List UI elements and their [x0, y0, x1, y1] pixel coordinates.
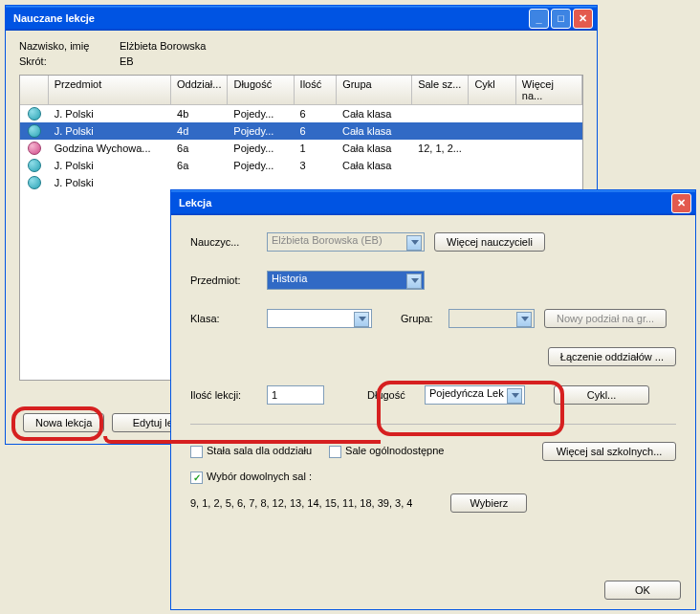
- join-divisions-button[interactable]: Łączenie oddziałów ...: [548, 347, 676, 366]
- name-value: Elżbieta Borowska: [120, 40, 207, 52]
- fixed-room-checkbox[interactable]: Stała sala dla oddziału: [190, 445, 312, 458]
- length-select[interactable]: Pojedyńcza Lek: [425, 385, 525, 405]
- col-length[interactable]: Długość: [228, 76, 294, 104]
- lesson-dialog: Lekcja ✕ Nauczyc... Elżbieta Borowska (E…: [170, 189, 696, 610]
- row-icon: [28, 142, 41, 155]
- col-rooms[interactable]: Sale sz...: [412, 76, 469, 104]
- more-teachers-button[interactable]: Więcej nauczycieli: [434, 232, 545, 252]
- name-label: Nazwisko, imię: [19, 40, 120, 52]
- teacher-label: Nauczyc...: [190, 236, 257, 248]
- public-rooms-checkbox[interactable]: Sale ogólnodostępne: [329, 445, 444, 458]
- subject-select[interactable]: Historia: [267, 271, 425, 290]
- col-cycle[interactable]: Cykl: [469, 76, 515, 104]
- teacher-select: Elżbieta Borowska (EB): [267, 232, 425, 252]
- any-rooms-checkbox[interactable]: Wybór dowolnych sal :: [190, 471, 312, 484]
- close-icon[interactable]: ✕: [671, 193, 691, 213]
- col-group[interactable]: Grupa: [337, 76, 412, 104]
- minimize-icon[interactable]: _: [529, 9, 549, 29]
- abbr-label: Skrót:: [19, 55, 120, 67]
- rooms-list: 9, 1, 2, 5, 6, 7, 8, 12, 13, 14, 15, 11,…: [190, 497, 412, 509]
- choose-button[interactable]: Wybierz: [450, 493, 527, 513]
- row-icon: [28, 176, 41, 189]
- col-more[interactable]: Więcej na...: [516, 76, 582, 104]
- subject-label: Przedmiot:: [190, 274, 257, 286]
- titlebar[interactable]: Lekcja ✕: [171, 190, 695, 215]
- count-input[interactable]: [267, 385, 324, 405]
- table-row[interactable]: J. Polski4dPojedy...6Cała klasa: [20, 122, 582, 140]
- close-icon[interactable]: ✕: [573, 9, 593, 29]
- row-icon: [28, 159, 41, 172]
- count-label: Ilość lekcji:: [190, 389, 257, 401]
- table-row[interactable]: Godzina Wychowa...6aPojedy...1Cała klasa…: [20, 140, 582, 157]
- cycle-button[interactable]: Cykl...: [554, 385, 649, 405]
- dialog-title: Lekcja: [179, 197, 671, 208]
- table-row[interactable]: J. Polski4bPojedy...6Cała klasa: [20, 105, 582, 122]
- maximize-icon[interactable]: □: [551, 9, 571, 29]
- col-count[interactable]: Ilość: [295, 76, 338, 104]
- group-label: Grupa:: [401, 313, 439, 324]
- class-label: Klasa:: [190, 313, 257, 324]
- new-division-button: Nowy podział na gr...: [544, 309, 667, 328]
- col-subject[interactable]: Przedmiot: [49, 76, 171, 104]
- row-icon: [28, 124, 41, 138]
- length-label: Długość: [367, 389, 415, 401]
- abbr-value: EB: [120, 55, 134, 67]
- class-select[interactable]: [267, 309, 372, 328]
- new-lesson-button[interactable]: Nowa lekcja: [23, 413, 104, 432]
- group-select: [448, 309, 535, 328]
- window-title: Nauczane lekcje: [13, 12, 529, 24]
- annotation-connector: [103, 436, 381, 444]
- table-row[interactable]: J. Polski6aPojedy...3Cała klasa: [20, 157, 582, 174]
- titlebar[interactable]: Nauczane lekcje _ □ ✕: [6, 6, 597, 31]
- ok-button[interactable]: OK: [604, 581, 681, 600]
- more-rooms-button[interactable]: Więcej sal szkolnych...: [542, 442, 676, 461]
- col-division[interactable]: Oddział...: [171, 76, 228, 104]
- row-icon: [28, 107, 41, 121]
